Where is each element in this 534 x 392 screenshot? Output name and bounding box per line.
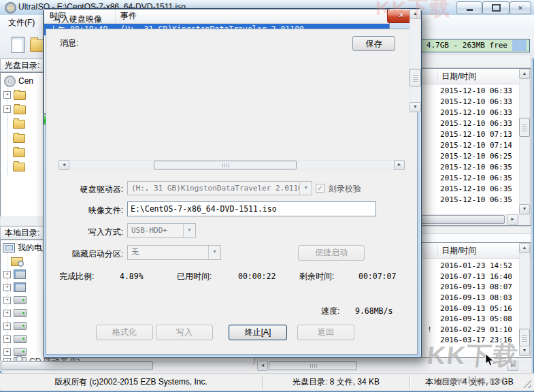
ultraiso-main-window: UltraISO - E:\CentOS-7-x86_64-DVD-1511.i… xyxy=(0,0,534,392)
back-button[interactable]: 返回 xyxy=(297,325,354,340)
folder-icon xyxy=(14,91,26,100)
disc-tree-folder[interactable] xyxy=(13,160,28,172)
verify-checkbox[interactable]: ✓ xyxy=(316,184,324,193)
save-button[interactable]: 保存 xyxy=(352,36,395,51)
expand-icon[interactable]: + xyxy=(3,310,11,317)
scroll-right-icon[interactable]: ► xyxy=(507,214,518,225)
disc-tree-folder[interactable] xyxy=(13,117,28,129)
format-button[interactable]: 格式化 xyxy=(96,325,153,340)
maximize-icon xyxy=(492,4,501,12)
scroll-up-icon[interactable]: ▲ xyxy=(519,69,530,79)
local-tree-drive[interactable]: + xyxy=(3,320,29,332)
drive-icon xyxy=(14,296,27,304)
expand-icon[interactable]: + xyxy=(3,323,11,330)
maximize-button[interactable] xyxy=(482,1,510,14)
scroll-down-icon[interactable]: ▼ xyxy=(519,204,530,214)
disc-tree-folder[interactable] xyxy=(13,131,28,144)
chevron-down-icon[interactable]: ▼ xyxy=(208,246,220,259)
remain-value: 00:07:07 xyxy=(358,272,396,282)
write-method-combobox[interactable]: USB-HDD+ ▼ xyxy=(127,223,196,238)
drive-icon xyxy=(14,309,27,317)
done-label: 完成比例: xyxy=(59,272,94,282)
event-column-header[interactable]: 事件 xyxy=(116,10,389,23)
desktop-icon xyxy=(14,270,26,279)
status-divider xyxy=(262,376,263,388)
disc-tree-folder[interactable] xyxy=(13,146,28,158)
write-disk-image-dialog: 写入硬盘映像 ✕ 消息: 保存 时间 事件 上午 08:18:49(H:, 31… xyxy=(43,8,422,358)
chevron-down-icon[interactable]: ▼ xyxy=(299,182,312,195)
scroll-down-icon[interactable]: ▼ xyxy=(519,346,530,356)
close-icon: ✕ xyxy=(398,11,404,19)
folder-icon xyxy=(13,148,25,157)
expand-icon[interactable]: + xyxy=(3,105,11,113)
local-tree-drive[interactable]: + xyxy=(3,307,29,319)
write-button[interactable]: 写入 xyxy=(156,325,213,340)
verify-label[interactable]: 刻录校验 xyxy=(329,183,361,194)
message-label: 消息: xyxy=(60,37,78,48)
expand-icon[interactable]: + xyxy=(3,271,11,278)
status-disc-summary: 光盘目录: 8 文件, 34 KB xyxy=(265,376,407,388)
status-copyright: 版权所有 (c)2002-2015 EZB Systems, Inc. xyxy=(14,376,248,388)
local-tree-drive[interactable]: + xyxy=(3,333,29,345)
scroll-left-icon[interactable]: ◄ xyxy=(59,160,69,170)
minimize-button[interactable] xyxy=(456,1,482,14)
cd-icon xyxy=(4,76,16,87)
folder-icon xyxy=(14,105,26,114)
column-separator[interactable] xyxy=(437,70,438,82)
abort-button[interactable]: 终止[A] xyxy=(229,325,287,340)
disc-tree-root[interactable]: Cen xyxy=(4,75,33,87)
local-tree-drive[interactable]: + xyxy=(3,294,29,306)
status-bar: 版权所有 (c)2002-2015 EZB Systems, Inc. 光盘目录… xyxy=(0,373,534,391)
scroll-left-icon[interactable]: ◄ xyxy=(257,361,268,371)
drive-label: 硬盘驱动器: xyxy=(49,184,123,195)
local-list-vscrollbar[interactable]: ▲ ▼ xyxy=(519,243,530,356)
image-file-label: 映像文件: xyxy=(49,205,123,216)
disc-tree-folder[interactable]: + xyxy=(3,88,29,101)
speed-value: 9.68MB/s xyxy=(355,306,393,316)
write-method-label: 写入方式: xyxy=(49,227,123,238)
expand-icon[interactable]: + xyxy=(3,348,11,356)
image-file-input[interactable] xyxy=(127,201,376,216)
expand-icon[interactable]: + xyxy=(3,91,11,99)
expand-icon[interactable]: + xyxy=(3,284,11,291)
folder-icon xyxy=(13,134,25,143)
easy-boot-button[interactable]: 便捷启动 xyxy=(298,245,365,261)
new-document-icon[interactable] xyxy=(12,37,24,53)
elapsed-value: 00:00:22 xyxy=(238,272,276,282)
expand-icon[interactable]: + xyxy=(3,297,11,304)
hidden-partition-combobox[interactable]: 无 ▼ xyxy=(127,245,221,260)
expand-icon[interactable]: + xyxy=(3,336,11,343)
scroll-up-icon[interactable]: ▲ xyxy=(519,243,530,253)
scroll-thumb[interactable] xyxy=(1,361,153,370)
scroll-right-icon[interactable]: ► xyxy=(507,361,518,371)
my-computer-icon xyxy=(3,243,15,252)
date-column-header[interactable]: 日期/时间 xyxy=(441,69,476,83)
disc-tree-folder[interactable]: + xyxy=(3,103,29,115)
column-separator[interactable] xyxy=(437,244,438,256)
mouse-cursor xyxy=(485,353,495,367)
drive-icon xyxy=(14,322,27,330)
date-column-header[interactable]: 日期/时间 xyxy=(441,244,476,257)
scroll-thumb[interactable] xyxy=(154,161,297,169)
status-divider xyxy=(410,376,410,388)
scroll-thumb[interactable] xyxy=(519,329,530,346)
drive-icon xyxy=(14,335,27,343)
local-tree-item[interactable]: + xyxy=(3,268,29,280)
hidden-partition-label: 隐藏启动分区: xyxy=(45,248,123,259)
capacity-used-segment xyxy=(512,40,527,51)
app-disc-icon xyxy=(5,2,16,14)
log-hscrollbar[interactable]: ◄ ► xyxy=(59,160,405,170)
scroll-thumb[interactable] xyxy=(269,361,357,370)
status-local-summary: 本地目录: 4 文件, 13 GB xyxy=(412,376,527,388)
dialog-title: 写入硬盘映像 xyxy=(53,14,102,24)
scroll-thumb[interactable] xyxy=(519,118,530,137)
local-tree-item[interactable]: + xyxy=(3,281,29,293)
menu-file[interactable]: 文件(F) xyxy=(5,17,37,28)
close-button[interactable]: ✕ xyxy=(510,1,531,14)
local-tree-hscrollbar[interactable] xyxy=(0,361,253,371)
chevron-down-icon[interactable]: ▼ xyxy=(183,224,195,237)
scroll-right-icon[interactable]: ► xyxy=(394,160,405,170)
drive-combobox[interactable]: (H:, 31 GB)KingstonDataTraveler 2.01100 … xyxy=(127,181,312,195)
local-tree-item[interactable] xyxy=(11,255,26,267)
disc-list-vscrollbar[interactable]: ▲ ▼ xyxy=(519,69,530,214)
